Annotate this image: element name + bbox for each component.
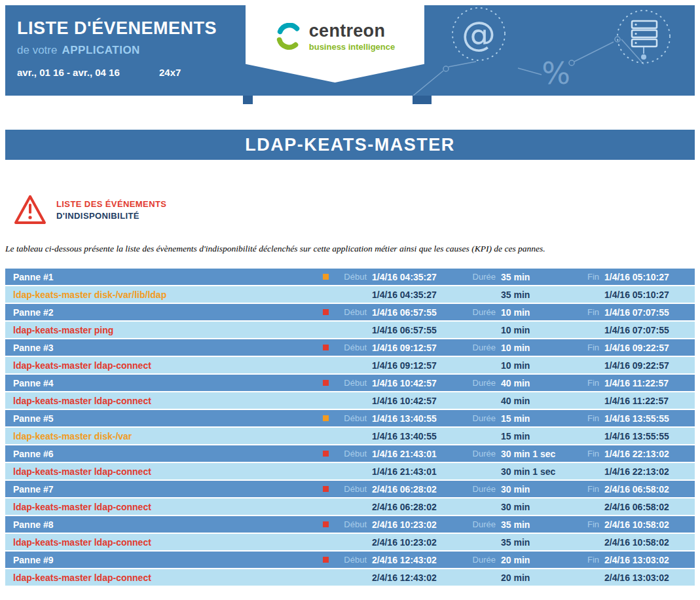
severity-indicator — [323, 521, 329, 527]
ribbon-fold-right-icon — [413, 96, 432, 104]
duration-label: Durée — [459, 272, 496, 282]
end-value: 1/4/16 05:10:27 — [604, 272, 684, 282]
duration-label: Durée — [459, 343, 496, 352]
duration-value: 35 min — [501, 272, 566, 282]
report-page: LISTE D'ÉVENEMENTS de votreAPPLICATION a… — [0, 0, 700, 592]
start-label: Début — [334, 484, 367, 494]
logo-tagline: business intelligence — [309, 42, 396, 52]
end-label: Fin — [572, 413, 599, 423]
kpi-start-value: 1/4/16 09:12:57 — [372, 360, 454, 371]
subtitle-application: APPLICATION — [62, 44, 139, 56]
severity-indicator — [323, 309, 329, 315]
duration-label: Durée — [459, 307, 496, 317]
duration-label: Durée — [459, 555, 496, 565]
report-banner: LISTE D'ÉVENEMENTS de votreAPPLICATION a… — [5, 5, 695, 96]
end-value: 2/4/16 10:58:02 — [604, 519, 684, 530]
kpi-start-value: 1/4/16 04:35:27 — [372, 290, 454, 300]
start-label: Début — [334, 449, 367, 459]
report-title: LISTE D'ÉVENEMENTS — [17, 18, 217, 39]
kpi-end-value: 1/4/16 05:10:27 — [604, 290, 684, 300]
end-label: Fin — [572, 555, 599, 565]
event-header-row: Panne #8 Début 2/4/16 10:23:02 Durée 35 … — [5, 516, 695, 534]
kpi-duration-value: 40 min — [501, 396, 566, 406]
banner-text-block: LISTE D'ÉVENEMENTS de votreAPPLICATION a… — [17, 18, 217, 78]
server-icon — [617, 10, 670, 63]
events-table: Panne #1 Début 1/4/16 04:35:27 Durée 35 … — [5, 269, 695, 587]
end-label: Fin — [572, 449, 599, 459]
kpi-name: ldap-keats-master ldap-connect — [13, 502, 314, 512]
end-label: Fin — [572, 484, 599, 494]
heading-line2: D'INDISPONIBILITÉ — [56, 211, 166, 221]
kpi-name: ldap-keats-master ldap-connect — [13, 396, 314, 406]
end-value: 1/4/16 13:55:55 — [604, 413, 684, 424]
kpi-start-value: 1/4/16 13:40:55 — [372, 431, 454, 441]
duration-value: 35 min — [501, 519, 566, 530]
severity-indicator — [323, 415, 329, 421]
event-header-row: Panne #2 Début 1/4/16 06:57:55 Durée 10 … — [5, 304, 695, 322]
end-value: 1/4/16 07:07:55 — [604, 307, 684, 318]
end-value: 2/4/16 13:03:02 — [604, 555, 684, 565]
start-label: Début — [334, 343, 367, 352]
end-label: Fin — [572, 272, 599, 282]
kpi-start-value: 1/4/16 06:57:55 — [372, 325, 454, 335]
event-detail-row: ldap-keats-master ldap-connect 1/4/16 10… — [5, 392, 695, 410]
end-value: 2/4/16 06:58:02 — [604, 484, 684, 495]
ribbon-fold-left-icon — [243, 96, 253, 104]
warning-triangle-icon — [13, 194, 47, 225]
kpi-start-value: 2/4/16 06:28:02 — [372, 502, 454, 512]
end-value: 1/4/16 09:22:57 — [604, 343, 684, 353]
kpi-end-value: 1/4/16 11:22:57 — [604, 396, 684, 406]
start-value: 2/4/16 06:28:02 — [372, 484, 454, 495]
kpi-duration-value: 30 min — [501, 502, 566, 512]
event-name: Panne #1 — [13, 272, 314, 282]
start-label: Début — [334, 519, 367, 529]
centreon-logo-icon — [275, 23, 303, 50]
svg-text:@: @ — [462, 14, 496, 54]
duration-value: 10 min — [501, 307, 566, 318]
at-icon: @ — [452, 8, 505, 60]
kpi-end-value: 2/4/16 13:03:02 — [604, 572, 684, 583]
start-label: Début — [334, 413, 367, 423]
start-label: Début — [334, 555, 367, 565]
event-detail-row: ldap-keats-master ping 1/4/16 06:57:55 1… — [5, 322, 695, 339]
event-detail-row: ldap-keats-master ldap-connect 1/4/16 21… — [5, 463, 695, 481]
event-detail-row: ldap-keats-master ldap-connect 1/4/16 09… — [5, 357, 695, 375]
event-detail-row: ldap-keats-master ldap-connect 2/4/16 06… — [5, 498, 695, 516]
start-label: Début — [334, 307, 367, 317]
kpi-duration-value: 10 min — [501, 360, 566, 371]
logo-words: centreon business intelligence — [309, 22, 396, 52]
kpi-start-value: 2/4/16 10:23:02 — [372, 537, 454, 548]
event-name: Panne #3 — [13, 343, 314, 353]
event-header-row: Panne #1 Début 1/4/16 04:35:27 Durée 35 … — [5, 269, 695, 286]
severity-indicator — [323, 486, 329, 492]
svg-text:%: % — [542, 56, 570, 91]
banner-decorations: @ % — [413, 5, 695, 96]
kpi-end-value: 2/4/16 10:58:02 — [604, 537, 684, 548]
event-name: Panne #7 — [13, 484, 314, 495]
duration-label: Durée — [459, 519, 496, 529]
banner-meta: avr., 01 16 - avr., 04 16 24x7 — [17, 67, 217, 78]
event-header-row: Panne #4 Début 1/4/16 10:42:57 Durée 40 … — [5, 375, 695, 392]
kpi-start-value: 2/4/16 12:43:02 — [372, 572, 454, 583]
kpi-duration-value: 30 min 1 sec — [501, 466, 566, 477]
kpi-end-value: 1/4/16 07:07:55 — [604, 325, 684, 335]
kpi-duration-value: 10 min — [501, 325, 566, 335]
heading-text: LISTE DES ÉVÉNEMENTS D'INDISPONIBILITÉ — [56, 199, 166, 221]
event-detail-row: ldap-keats-master disk-/var 1/4/16 13:40… — [5, 428, 695, 445]
start-value: 1/4/16 10:42:57 — [372, 378, 454, 388]
start-value: 2/4/16 12:43:02 — [372, 555, 454, 565]
start-label: Début — [334, 272, 367, 282]
severity-indicator — [323, 345, 329, 350]
event-name: Panne #6 — [13, 449, 314, 459]
severity-indicator — [323, 557, 329, 563]
event-name: Panne #9 — [13, 555, 314, 565]
kpi-name: ldap-keats-master ldap-connect — [13, 360, 314, 371]
event-header-row: Panne #9 Début 2/4/16 12:43:02 Durée 20 … — [5, 552, 695, 569]
events-table-body: Panne #1 Début 1/4/16 04:35:27 Durée 35 … — [5, 269, 695, 587]
kpi-name: ldap-keats-master disk-/var — [13, 431, 314, 441]
kpi-duration-value: 35 min — [501, 537, 566, 548]
duration-value: 30 min 1 sec — [501, 449, 566, 459]
subtitle-prefix: de votre — [17, 44, 57, 56]
kpi-duration-value: 15 min — [501, 431, 566, 441]
logo-wordmark: centreon — [309, 22, 396, 40]
